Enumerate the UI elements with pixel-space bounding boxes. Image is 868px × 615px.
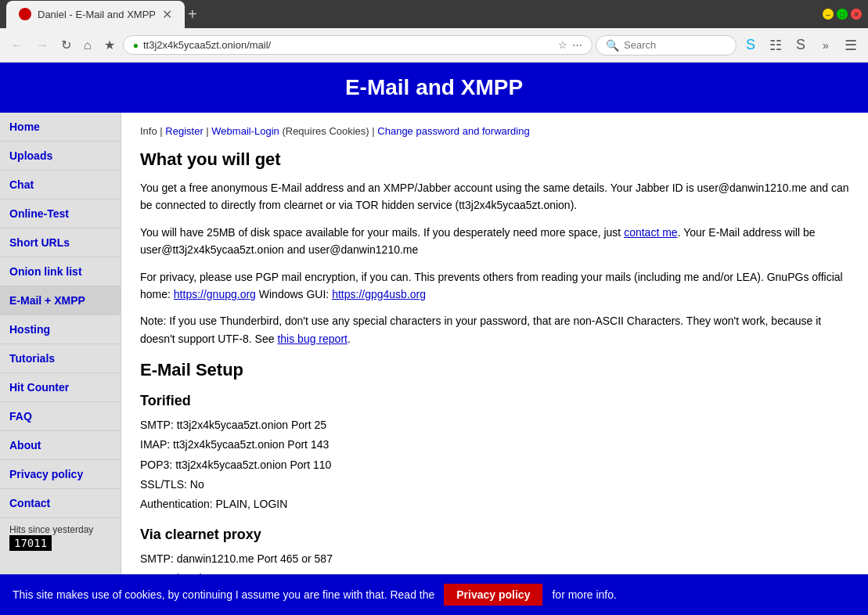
pop3-torified: POP3: tt3j2x4k5ycaa5zt.onion Port 110 (140, 455, 849, 475)
hits-label: Hits since yesterday (9, 524, 111, 535)
bookmarks-button[interactable]: ★ (99, 34, 120, 56)
bookmark-star-icon[interactable]: ☆ (558, 39, 567, 51)
register-link[interactable]: Register (165, 125, 203, 137)
search-input[interactable] (624, 39, 726, 51)
webmail-login-link[interactable]: Webmail-Login (211, 125, 279, 137)
imap-torified: IMAP: tt3j2x4k5ycaa5zt.onion Port 143 (140, 435, 849, 455)
main-content: Info | Register | Webmail-Login (Require… (121, 113, 868, 615)
smtp-torified: SMTP: tt3j2x4k5ycaa5zt.onion Port 25 (140, 415, 849, 435)
clearnet-subtitle: Via clearnet proxy (140, 527, 849, 543)
sidebar-item-home[interactable]: Home (0, 113, 121, 142)
privacy-policy-button[interactable]: Privacy policy (444, 584, 542, 606)
reload-button[interactable]: ↻ (56, 34, 76, 56)
sidebar-item-email-xmpp[interactable]: E-Mail + XMPP (0, 286, 121, 315)
gpg4usb-link[interactable]: https://gpg4usb.org (332, 288, 426, 300)
what-you-get-para3: For privacy, please use PGP mail encrypt… (140, 268, 849, 304)
page-wrapper: E-Mail and XMPP Home Uploads Chat Online… (0, 63, 868, 615)
page-header: E-Mail and XMPP (0, 63, 868, 113)
cookie-bar-suffix: for more info. (552, 588, 616, 601)
close-window-button[interactable]: ✕ (851, 9, 862, 20)
tab-bar: Daniel - E-Mail and XMPP ✕ + – □ ✕ (0, 0, 868, 28)
window-controls: – □ ✕ (823, 9, 862, 20)
page-body: Home Uploads Chat Online-Test Short URLs… (0, 113, 868, 615)
sidebar-item-faq[interactable]: FAQ (0, 402, 121, 431)
close-tab-button[interactable]: ✕ (162, 7, 172, 22)
bug-report-link[interactable]: this bug report (277, 333, 348, 345)
home-button[interactable]: ⌂ (79, 35, 96, 56)
sidebar-item-about[interactable]: About (0, 431, 121, 460)
sidebar-item-online-test[interactable]: Online-Test (0, 200, 121, 228)
sidebar-item-short-urls[interactable]: Short URLs (0, 228, 121, 257)
skype-icon[interactable]: S (740, 34, 762, 56)
sidebar-item-hosting[interactable]: Hosting (0, 315, 121, 344)
sidebar-item-contact[interactable]: Contact (0, 489, 121, 518)
page-title: E-Mail and XMPP (13, 75, 855, 100)
sidebar-item-hit-counter[interactable]: Hit Counter (0, 373, 121, 402)
change-password-link[interactable]: Change password and forwarding (377, 125, 529, 137)
favicon (19, 8, 31, 20)
auth-torified: Authentication: PLAIN, LOGIN (140, 495, 849, 514)
hits-count: 17011 (9, 535, 52, 551)
breadcrumb: Info | Register | Webmail-Login (Require… (140, 125, 849, 137)
back-button[interactable]: ← (6, 35, 28, 56)
minimize-button[interactable]: – (823, 9, 834, 20)
requires-cookies-text: (Requires Cookies) (282, 125, 369, 137)
address-bar[interactable]: ● tt3j2x4k5ycaa5zt.onion/mail/ ☆ ⋯ (123, 35, 592, 55)
email-setup-title: E-Mail Setup (140, 360, 849, 380)
extensions-icon[interactable]: » (815, 34, 837, 56)
smtp-clearnet: SMTP: danwin1210.me Port 465 or 587 (140, 549, 849, 569)
forward-button[interactable]: → (31, 35, 53, 56)
browser-chrome: Daniel - E-Mail and XMPP ✕ + – □ ✕ ← → ↻… (0, 0, 868, 63)
sidebar: Home Uploads Chat Online-Test Short URLs… (0, 113, 121, 615)
browser-tab[interactable]: Daniel - E-Mail and XMPP ✕ (6, 1, 185, 28)
address-bar-icons: ☆ ⋯ (558, 39, 582, 51)
restore-button[interactable]: □ (837, 9, 848, 20)
cookie-bar: This site makes use of cookies, by conti… (0, 574, 868, 615)
what-you-get-para2: You will have 25MB of disk space availab… (140, 224, 849, 259)
grid-icon[interactable]: ☷ (765, 34, 787, 56)
url-text: tt3j2x4k5ycaa5zt.onion/mail/ (143, 39, 553, 51)
sidebar-hits: Hits since yesterday 17011 (0, 518, 121, 557)
what-you-get-para1: You get a free anonymous E-Mail address … (140, 179, 849, 214)
sidebar-item-onion-link-list[interactable]: Onion link list (0, 257, 121, 286)
menu-dots-icon[interactable]: ⋯ (572, 39, 582, 51)
search-bar[interactable]: 🔍 (596, 35, 737, 56)
what-you-get-para4: Note: If you use Thunderbird, don't use … (140, 312, 849, 347)
sidebar-item-tutorials[interactable]: Tutorials (0, 344, 121, 373)
sync-icon[interactable]: S (790, 34, 812, 56)
torified-subtitle: Torified (140, 393, 849, 409)
browser-toolbar-icons: S ☷ S » ☰ (740, 34, 862, 57)
contact-me-link[interactable]: contact me (624, 226, 677, 239)
sidebar-item-chat[interactable]: Chat (0, 171, 121, 200)
breadcrumb-info: Info (140, 125, 157, 137)
ssl-torified: SSL/TLS: No (140, 475, 849, 495)
hamburger-menu-button[interactable]: ☰ (840, 34, 862, 57)
security-icon: ● (133, 40, 139, 51)
what-you-get-title: What you will get (140, 149, 849, 170)
search-icon: 🔍 (606, 39, 619, 52)
sidebar-item-privacy-policy[interactable]: Privacy policy (0, 460, 121, 489)
tab-title: Daniel - E-Mail and XMPP (38, 9, 156, 20)
new-tab-button[interactable]: + (188, 5, 197, 23)
nav-bar: ← → ↻ ⌂ ★ ● tt3j2x4k5ycaa5zt.onion/mail/… (0, 28, 868, 63)
gnupg-link[interactable]: https://gnupg.org (174, 288, 256, 300)
cookie-bar-text: This site makes use of cookies, by conti… (13, 588, 434, 601)
sidebar-item-uploads[interactable]: Uploads (0, 142, 121, 171)
